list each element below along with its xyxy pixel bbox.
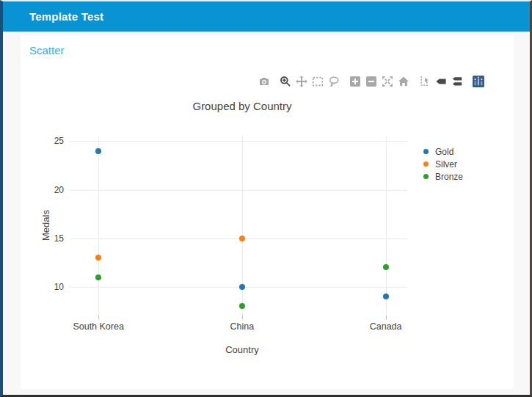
x-tick-label: South Korea (73, 321, 124, 332)
plot-area[interactable]: 10152025South KoreaChinaCanada (70, 136, 407, 316)
legend-label: Bronze (435, 172, 463, 182)
scatter-link[interactable]: Scatter (29, 44, 65, 57)
x-tick (386, 316, 387, 319)
legend-label: Gold (435, 147, 453, 157)
plot-wrap: 10152025South KoreaChinaCanada (70, 136, 407, 316)
hover-compare-icon[interactable] (451, 76, 463, 87)
legend-swatch-icon (423, 149, 429, 154)
hover-closest-icon[interactable] (435, 76, 447, 87)
lasso-icon[interactable] (328, 76, 340, 87)
autoscale-icon[interactable] (382, 76, 393, 87)
legend-label: Silver (435, 159, 457, 170)
data-point-silver-0[interactable] (95, 255, 101, 261)
chart-title: Grouped by Country (192, 100, 291, 112)
content-area: Scatter Grouped by Country 10152025South… (3, 32, 530, 395)
camera-icon[interactable] (258, 76, 270, 87)
data-point-bronze-0[interactable] (95, 274, 101, 280)
legend-item-bronze[interactable]: Bronze (422, 170, 463, 183)
home-icon[interactable] (398, 76, 409, 87)
plotly-logo-icon[interactable] (473, 76, 484, 87)
x-gridline (386, 136, 387, 316)
x-tick (98, 316, 99, 319)
data-point-gold-2[interactable] (383, 294, 389, 299)
title-bar: Template Test (3, 1, 530, 32)
x-axis-title: Country (225, 344, 259, 355)
pan-icon[interactable] (296, 76, 307, 87)
legend-item-silver[interactable]: Silver (422, 158, 463, 170)
zoom-out-icon[interactable] (365, 76, 377, 87)
y-axis-title: Medals (40, 210, 51, 241)
box-select-icon[interactable] (312, 76, 324, 87)
spikelines-icon[interactable] (419, 76, 431, 87)
chart-legend: GoldSilverBronze (422, 145, 463, 183)
y-tick-label: 25 (42, 136, 64, 146)
x-tick-label: China (230, 321, 255, 332)
legend-item-gold[interactable]: Gold (422, 145, 463, 158)
data-point-silver-1[interactable] (239, 236, 245, 241)
window-title: Template Test (29, 10, 103, 23)
data-point-gold-1[interactable] (239, 284, 245, 290)
legend-swatch-icon (423, 161, 429, 167)
plotly-modebar (249, 76, 484, 87)
x-tick (242, 316, 243, 319)
y-gridline (70, 190, 407, 191)
zoom-icon[interactable] (280, 76, 291, 87)
zoom-in-icon[interactable] (349, 76, 361, 87)
y-gridline (70, 141, 407, 142)
x-tick-label: Canada (370, 321, 402, 332)
data-point-bronze-2[interactable] (383, 264, 389, 270)
app-window: Template Test Scatter Grouped by Country… (0, 0, 532, 397)
legend-swatch-icon (423, 174, 429, 179)
x-gridline (98, 136, 99, 316)
data-point-gold-0[interactable] (95, 148, 101, 154)
y-tick-label: 20 (42, 185, 64, 195)
y-tick-label: 10 (42, 282, 64, 292)
data-point-bronze-1[interactable] (239, 303, 245, 309)
